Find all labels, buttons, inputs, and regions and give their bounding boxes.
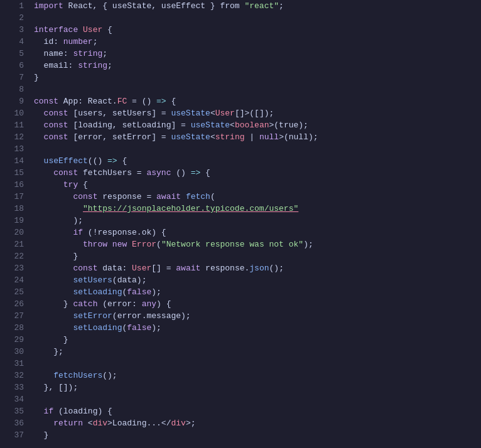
token: <: [83, 417, 93, 429]
line-number: 15: [10, 167, 24, 179]
token: (): [171, 167, 190, 179]
token: null: [259, 131, 279, 143]
token: ;: [102, 48, 107, 60]
line-number: 32: [10, 370, 24, 381]
line-number: 3: [10, 24, 24, 36]
line-number: 10: [10, 107, 24, 119]
code-line: setError(error.message);: [34, 310, 481, 322]
token: ;: [279, 0, 284, 12]
code-line: useEffect(() => {: [34, 155, 481, 167]
line-number: 21: [10, 238, 24, 250]
token: [34, 238, 83, 250]
token: throw: [83, 238, 107, 250]
token: }, []);: [34, 381, 78, 393]
token: useState: [191, 119, 230, 131]
token: interface: [34, 24, 78, 36]
token: }: [34, 429, 48, 441]
token: useState: [171, 131, 210, 143]
token: number: [63, 36, 93, 48]
token: catch: [73, 298, 97, 310]
line-number: 27: [10, 310, 24, 322]
hint-bulb-icon: 💡: [31, 205, 33, 216]
token: =>: [191, 167, 201, 179]
token: }: [34, 72, 39, 83]
code-line: interface User {: [34, 24, 481, 36]
line-number: 19: [10, 215, 24, 227]
line-number: 29: [10, 334, 24, 346]
code-line: );: [34, 215, 481, 227]
token: [34, 131, 44, 143]
code-line: const [users, setUsers] = useState<User[…: [34, 107, 481, 119]
code-line: const data: User[] = await response.json…: [34, 262, 481, 274]
line-number: 12: [10, 131, 24, 143]
token: User: [215, 107, 235, 119]
code-line: [34, 358, 481, 370]
token: (error.message);: [112, 310, 191, 322]
token: );: [151, 286, 161, 298]
token: User: [83, 24, 102, 36]
token: <: [210, 107, 215, 119]
token: <: [210, 131, 215, 143]
line-number: 36: [10, 417, 24, 429]
token: [34, 167, 53, 179]
token: response.: [200, 262, 249, 274]
token: |: [245, 131, 259, 143]
token: [34, 262, 73, 274]
token: "Network response was not ok": [161, 238, 303, 250]
line-number: 11: [10, 119, 24, 131]
token: <: [230, 119, 235, 131]
token: const: [53, 167, 78, 179]
line-number: 31: [10, 358, 24, 370]
line-number: 13: [10, 143, 24, 155]
token: [34, 107, 44, 119]
token: "https://jsonplaceholder.typicode.com/us…: [83, 203, 298, 215]
token: );: [303, 238, 313, 250]
token: ((): [88, 155, 107, 167]
line-number: 9: [10, 95, 24, 107]
token: setUsers: [73, 274, 112, 286]
token: };: [34, 346, 63, 358]
token: []>([]);: [235, 107, 274, 119]
line-number: 25: [10, 286, 24, 298]
code-editor: 1 2 3 4 5 6 7 8 9 10 11 12 13 14 15 16 1…: [0, 0, 481, 448]
token: const: [73, 262, 97, 274]
token: name:: [34, 48, 73, 60]
token: [34, 203, 83, 215]
line-number: 6: [10, 60, 24, 72]
token: >(true);: [269, 119, 308, 131]
token: App: React.: [58, 95, 117, 107]
token: {: [102, 24, 112, 36]
code-line: return <div>Loading...</div>;: [34, 417, 481, 429]
code-line: }: [34, 72, 481, 83]
line-number: 37: [10, 429, 24, 441]
code-line: [34, 393, 481, 405]
code-line: throw new Error("Network response was no…: [34, 238, 481, 250]
code-line: if (!response.ok) {: [34, 227, 481, 238]
token: ) {: [156, 298, 171, 310]
code-line: email: string;: [34, 60, 481, 72]
token: if: [44, 405, 54, 417]
token: response =: [97, 191, 156, 203]
code-line-hint: 💡 "https://jsonplaceholder.typicode.com/…: [34, 203, 481, 215]
token: [34, 274, 73, 286]
token: (: [122, 286, 127, 298]
token: (: [210, 191, 215, 203]
line-number: 30: [10, 346, 24, 358]
token: [] =: [151, 262, 176, 274]
line-number: 1: [10, 0, 24, 12]
token: (: [156, 238, 161, 250]
token: =>: [156, 95, 166, 107]
token: ;: [93, 36, 98, 48]
code-line: }: [34, 334, 481, 346]
token: (loading) {: [53, 405, 112, 417]
token: if: [73, 227, 83, 238]
code-line: setLoading(false);: [34, 286, 481, 298]
code-line: const fetchUsers = async () => {: [34, 167, 481, 179]
token: (error:: [97, 298, 141, 310]
token: [34, 370, 53, 381]
token: {: [200, 167, 210, 179]
token: email:: [34, 60, 78, 72]
token: );: [151, 322, 161, 334]
token: ();: [102, 370, 117, 381]
token: }: [34, 250, 78, 262]
